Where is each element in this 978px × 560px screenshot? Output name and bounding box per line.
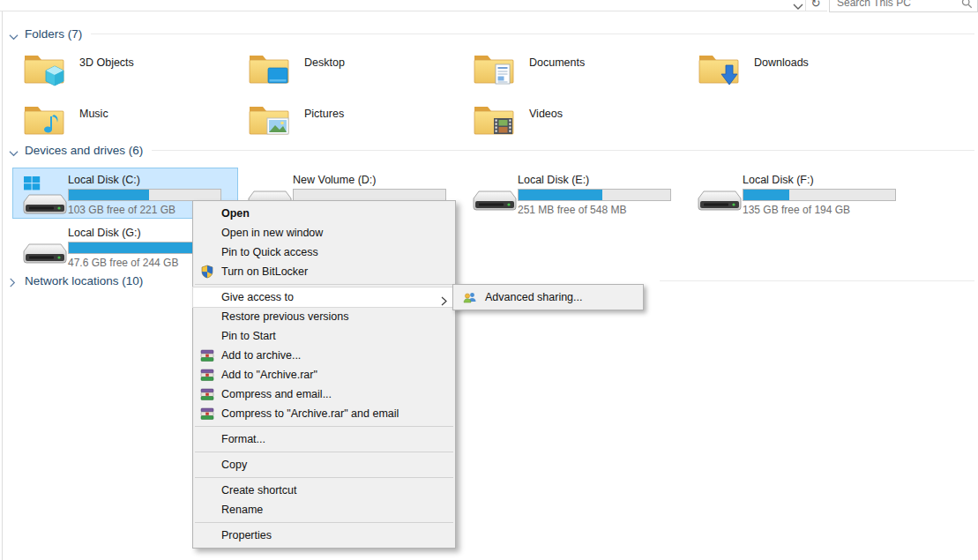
menu-item-label: Advanced sharing... (485, 291, 583, 303)
search-input[interactable] (837, 0, 956, 11)
folder-tile-music[interactable]: Music (12, 101, 233, 139)
winrar-icon (200, 348, 214, 362)
capacity-bar (68, 189, 221, 201)
menu-item-open[interactable]: Open (193, 204, 455, 223)
drive-capacity: 251 MB free of 548 MB (518, 204, 626, 216)
menu-item-add-to-archive-rar[interactable]: Add to "Archive.rar" (193, 365, 455, 385)
menu-separator (195, 452, 453, 452)
drive-name: New Volume (D:) (293, 174, 376, 186)
chevron-down-icon[interactable] (9, 145, 19, 155)
menu-separator (195, 477, 453, 478)
chevron-down-icon[interactable] (9, 28, 19, 39)
folder-music-icon (23, 101, 69, 139)
drive-name: Local Disk (C:) (68, 174, 140, 186)
group-rule (152, 150, 974, 151)
folder-label: Music (79, 108, 108, 120)
group-title: Network locations (10) (25, 274, 143, 287)
folder-tile-downloads[interactable]: Downloads (687, 49, 907, 88)
menu-item-label: Compress to "Archive.rar" and email (221, 407, 399, 420)
winrar-icon (200, 368, 214, 382)
menu-item-label: Give access to (221, 291, 294, 303)
menu-item-label: Add to "Archive.rar" (221, 369, 317, 381)
menu-item-label: Turn on BitLocker (221, 265, 308, 278)
refresh-icon[interactable]: ↻ (809, 0, 823, 11)
folder-tile-desktop[interactable]: Desktop (237, 49, 458, 88)
menu-item-label: Compress and email... (221, 388, 332, 400)
menu-item-properties[interactable]: Properties (193, 526, 455, 545)
toolbar-strip: ↻ (0, 0, 978, 11)
winrar-icon (200, 407, 214, 421)
drive-name: Local Disk (E:) (518, 174, 589, 186)
menu-item-pin-quick-access[interactable]: Pin to Quick access (193, 243, 455, 262)
folder-label: Downloads (754, 56, 809, 69)
drive-tile-local-disk-e[interactable]: Local Disk (E:) 251 MB free of 548 MB (462, 168, 688, 219)
menu-separator (195, 284, 453, 285)
chevron-right-icon[interactable] (9, 275, 19, 286)
context-menu: Open Open in new window Pin to Quick acc… (192, 200, 456, 549)
menu-item-restore-previous-versions[interactable]: Restore previous versions (193, 307, 455, 326)
menu-item-turn-on-bitlocker[interactable]: Turn on BitLocker (193, 262, 455, 281)
search-box[interactable] (829, 0, 978, 12)
capacity-bar (518, 189, 671, 201)
menu-separator (195, 522, 453, 523)
group-header-folders[interactable]: Folders (7) (9, 25, 974, 42)
capacity-bar (293, 189, 446, 201)
folder-desktop-icon (248, 49, 294, 88)
menu-item-give-access-to[interactable]: Give access to (193, 287, 455, 307)
drive-icon (695, 175, 746, 216)
folder-label: Pictures (304, 108, 344, 120)
drive-tile-local-disk-f[interactable]: Local Disk (F:) 135 GB free of 194 GB (687, 168, 913, 219)
folder-label: 3D Objects (79, 56, 134, 69)
group-rule (91, 34, 974, 34)
folder-videos-icon (473, 101, 519, 139)
folder-tile-3d-objects[interactable]: 3D Objects (12, 49, 233, 88)
folder-3d-objects-icon (23, 49, 69, 88)
group-header-devices-drives[interactable]: Devices and drives (6) (9, 141, 974, 159)
toolbar-separator (805, 0, 806, 11)
folder-downloads-icon (698, 49, 743, 88)
folder-documents-icon (473, 49, 519, 88)
drive-icon (470, 175, 521, 216)
address-dropdown-chevron-icon[interactable] (793, 0, 805, 9)
two-people-sharing-icon (463, 290, 477, 304)
group-rule-network (656, 272, 974, 289)
group-header-network-locations[interactable]: Network locations (10) (9, 272, 185, 289)
drive-capacity: 135 GB free of 194 GB (743, 204, 850, 216)
menu-item-create-shortcut[interactable]: Create shortcut (193, 481, 455, 500)
toolbar-bottom-border (0, 11, 827, 11)
system-drive-icon (20, 175, 71, 216)
drive-capacity: 103 GB free of 221 GB (68, 204, 175, 216)
menu-item-compress-and-email[interactable]: Compress and email... (193, 385, 455, 404)
drive-name: Local Disk (G:) (68, 227, 141, 239)
menu-item-open-new-window[interactable]: Open in new window (193, 223, 455, 243)
folder-tile-documents[interactable]: Documents (462, 49, 683, 88)
give-access-to-submenu: Advanced sharing... (452, 284, 644, 310)
menu-item-copy[interactable]: Copy (193, 455, 455, 474)
drive-capacity: 47.6 GB free of 244 GB (68, 257, 178, 269)
folder-tile-pictures[interactable]: Pictures (237, 101, 458, 139)
drive-name: Local Disk (F:) (743, 174, 814, 186)
group-title: Folders (7) (25, 27, 82, 41)
folder-pictures-icon (248, 101, 294, 139)
menu-item-compress-to-archive-rar-and-email[interactable]: Compress to "Archive.rar" and email (193, 404, 455, 423)
menu-item-add-to-archive[interactable]: Add to archive... (193, 346, 455, 365)
group-rule (660, 280, 974, 281)
capacity-bar (743, 189, 896, 201)
menu-item-label: Add to archive... (221, 349, 301, 362)
menu-item-advanced-sharing[interactable]: Advanced sharing... (453, 286, 643, 309)
folder-tile-videos[interactable]: Videos (462, 101, 683, 139)
bitlocker-shield-icon (200, 265, 214, 279)
winrar-icon (200, 387, 214, 401)
folder-label: Videos (529, 108, 563, 120)
pane-left-border (2, 11, 3, 560)
file-explorer-content-pane: ↻ Folders (7) 3D Obj (0, 0, 978, 560)
menu-item-format[interactable]: Format... (193, 429, 455, 449)
folder-label: Documents (529, 56, 585, 69)
drive-icon (20, 228, 71, 269)
search-icon[interactable] (961, 0, 973, 12)
group-title: Devices and drives (6) (25, 144, 143, 157)
menu-item-rename[interactable]: Rename (193, 500, 455, 519)
menu-separator (195, 426, 453, 427)
folder-label: Desktop (304, 56, 345, 69)
menu-item-pin-to-start[interactable]: Pin to Start (193, 326, 455, 346)
